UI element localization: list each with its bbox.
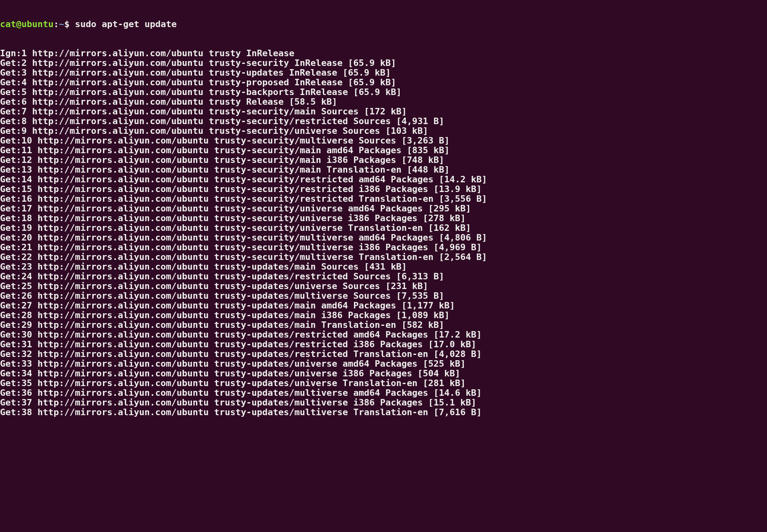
- output-line: Get:25 http://mirrors.aliyun.com/ubuntu …: [0, 281, 767, 291]
- output-line: Get:15 http://mirrors.aliyun.com/ubuntu …: [0, 184, 767, 194]
- terminal-window[interactable]: cat@ubuntu:~$ sudo apt-get update Ign:1 …: [0, 0, 767, 427]
- output-line: Get:31 http://mirrors.aliyun.com/ubuntu …: [0, 340, 767, 349]
- output-line: Get:20 http://mirrors.aliyun.com/ubuntu …: [0, 233, 767, 243]
- output-line: Get:21 http://mirrors.aliyun.com/ubuntu …: [0, 243, 767, 252]
- output-line: Get:19 http://mirrors.aliyun.com/ubuntu …: [0, 223, 767, 233]
- output-line: Get:14 http://mirrors.aliyun.com/ubuntu …: [0, 175, 767, 184]
- output-line: Get:11 http://mirrors.aliyun.com/ubuntu …: [0, 146, 767, 155]
- output-line: Get:6 http://mirrors.aliyun.com/ubuntu t…: [0, 97, 767, 107]
- output-line: Get:38 http://mirrors.aliyun.com/ubuntu …: [0, 407, 767, 417]
- output-line: Get:18 http://mirrors.aliyun.com/ubuntu …: [0, 213, 767, 223]
- output-line: Get:8 http://mirrors.aliyun.com/ubuntu t…: [0, 116, 767, 126]
- output-line: Get:9 http://mirrors.aliyun.com/ubuntu t…: [0, 126, 767, 136]
- output-line: Get:32 http://mirrors.aliyun.com/ubuntu …: [0, 349, 767, 359]
- output-line: Get:30 http://mirrors.aliyun.com/ubuntu …: [0, 330, 767, 340]
- output-line: Get:33 http://mirrors.aliyun.com/ubuntu …: [0, 359, 767, 369]
- output-line: Get:4 http://mirrors.aliyun.com/ubuntu t…: [0, 78, 767, 87]
- output-line: Get:24 http://mirrors.aliyun.com/ubuntu …: [0, 272, 767, 281]
- output-line: Get:16 http://mirrors.aliyun.com/ubuntu …: [0, 194, 767, 204]
- output-line: Get:7 http://mirrors.aliyun.com/ubuntu t…: [0, 107, 767, 116]
- output-line: Get:5 http://mirrors.aliyun.com/ubuntu t…: [0, 87, 767, 97]
- output-line: Get:2 http://mirrors.aliyun.com/ubuntu t…: [0, 58, 767, 68]
- output-line: Get:23 http://mirrors.aliyun.com/ubuntu …: [0, 262, 767, 272]
- prompt-user: cat: [0, 19, 16, 29]
- prompt-line: cat@ubuntu:~$ sudo apt-get update: [0, 19, 767, 29]
- output-line: Get:26 http://mirrors.aliyun.com/ubuntu …: [0, 291, 767, 301]
- output-line: Get:29 http://mirrors.aliyun.com/ubuntu …: [0, 320, 767, 330]
- output-line: Get:3 http://mirrors.aliyun.com/ubuntu t…: [0, 68, 767, 78]
- output-line: Get:28 http://mirrors.aliyun.com/ubuntu …: [0, 310, 767, 320]
- output-line: Get:35 http://mirrors.aliyun.com/ubuntu …: [0, 378, 767, 388]
- command-input[interactable]: sudo apt-get update: [75, 19, 177, 29]
- output-line: Get:13 http://mirrors.aliyun.com/ubuntu …: [0, 165, 767, 175]
- output-line: Get:36 http://mirrors.aliyun.com/ubuntu …: [0, 388, 767, 398]
- output-line: Get:37 http://mirrors.aliyun.com/ubuntu …: [0, 398, 767, 407]
- prompt-dollar: $: [64, 19, 75, 29]
- prompt-colon: :: [53, 19, 59, 29]
- output-line: Get:22 http://mirrors.aliyun.com/ubuntu …: [0, 252, 767, 262]
- prompt-at: @: [16, 19, 21, 29]
- output-line: Get:17 http://mirrors.aliyun.com/ubuntu …: [0, 204, 767, 213]
- prompt-path: ~: [59, 19, 64, 29]
- output-line: Ign:1 http://mirrors.aliyun.com/ubuntu t…: [0, 49, 767, 58]
- output-line: Get:10 http://mirrors.aliyun.com/ubuntu …: [0, 136, 767, 146]
- prompt-host: ubuntu: [21, 19, 53, 29]
- output-line: Get:12 http://mirrors.aliyun.com/ubuntu …: [0, 155, 767, 165]
- output-line: Get:27 http://mirrors.aliyun.com/ubuntu …: [0, 301, 767, 310]
- output-line: Get:34 http://mirrors.aliyun.com/ubuntu …: [0, 369, 767, 378]
- terminal-output: Ign:1 http://mirrors.aliyun.com/ubuntu t…: [0, 49, 767, 417]
